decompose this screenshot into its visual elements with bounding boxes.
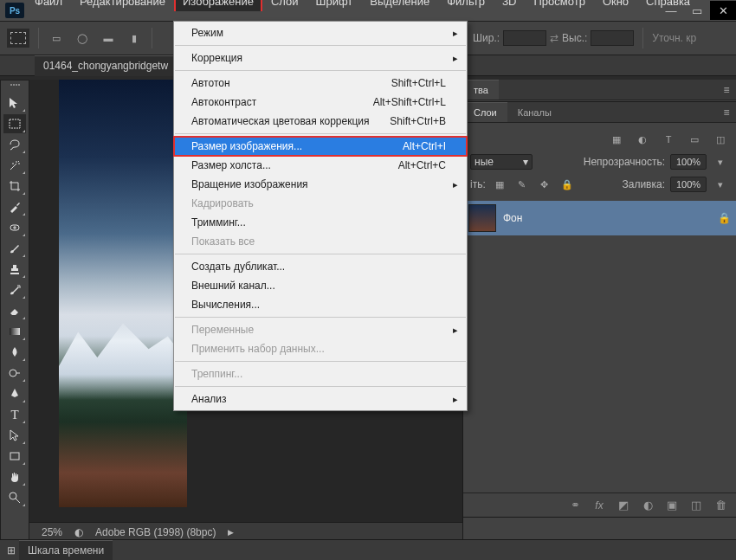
pen-tool[interactable]	[3, 384, 26, 403]
marquee-single-row-icon[interactable]: ▬	[100, 30, 117, 46]
opacity-dropdown-icon[interactable]: ▾	[712, 154, 729, 170]
trash-icon[interactable]: 🗑	[712, 498, 729, 513]
menu-шрифт[interactable]: Шрифт	[307, 0, 362, 11]
width-input[interactable]	[503, 30, 546, 46]
adjustment-layer-icon[interactable]: ◐	[639, 498, 656, 513]
menuitem-label: Вычисления...	[191, 299, 260, 311]
menu-фильтр[interactable]: Фильтр	[438, 0, 494, 11]
filter-smart-icon[interactable]: ◫	[712, 132, 729, 147]
fill-dropdown-icon[interactable]: ▾	[712, 177, 729, 192]
menuitem--[interactable]: АвтоконтрастAlt+Shift+Ctrl+L	[174, 93, 467, 112]
menuitem--[interactable]: Вычисления...	[174, 295, 467, 314]
eraser-tool[interactable]	[3, 301, 26, 320]
history-brush-tool[interactable]	[3, 280, 26, 299]
menuitem--[interactable]: Внешний канал...	[174, 276, 467, 295]
zoom-level[interactable]: 25%	[42, 526, 62, 538]
marquee-tool[interactable]	[3, 114, 26, 133]
close-button[interactable]: ✕	[710, 1, 736, 20]
menuitem--[interactable]: Создать дубликат...	[174, 257, 467, 276]
type-tool[interactable]: T	[3, 405, 26, 424]
layer-fx-icon[interactable]: fx	[591, 498, 608, 513]
layer-row-background[interactable]: Фон 🔒	[463, 201, 736, 235]
stamp-tool[interactable]	[3, 260, 26, 279]
preview-icon[interactable]: ◐	[74, 526, 83, 538]
refine-edge-button[interactable]: Уточн. кр	[652, 32, 696, 44]
heal-tool[interactable]	[3, 218, 26, 237]
document-tab[interactable]: 01464_chongyangbridgetw	[35, 55, 177, 76]
menuitem--[interactable]: АвтотонShift+Ctrl+L	[174, 74, 467, 93]
menu-3d[interactable]: 3D	[494, 0, 526, 11]
menuitem--: Показать все	[174, 232, 467, 251]
tab-channels[interactable]: Каналы	[507, 102, 562, 122]
tab-layers[interactable]: Слои	[463, 102, 507, 122]
menu-слои[interactable]: Слои	[262, 0, 307, 11]
menuitem--[interactable]: Тримминг...	[174, 213, 467, 232]
height-input[interactable]	[591, 30, 634, 46]
lock-paint-icon[interactable]: ✎	[513, 177, 531, 192]
menu-выделение[interactable]: Выделение	[361, 0, 438, 11]
group-icon[interactable]: ▣	[663, 498, 681, 513]
menu-просмотр[interactable]: Просмотр	[526, 0, 594, 11]
layer-thumbnail[interactable]	[468, 204, 496, 232]
menu-изображение[interactable]: Изображение	[174, 0, 262, 11]
wand-tool[interactable]	[3, 156, 26, 175]
menuitem--[interactable]: Режим	[174, 23, 467, 42]
marquee-single-col-icon[interactable]: ▮	[126, 30, 143, 46]
lock-all-icon[interactable]: 🔒	[558, 177, 576, 192]
eyedropper-tool[interactable]	[3, 197, 26, 216]
gradient-tool[interactable]	[3, 322, 26, 341]
panel-menu-icon[interactable]: ≡	[717, 102, 736, 122]
move-tool[interactable]	[3, 93, 26, 113]
timeline-tab[interactable]: Шкала времени	[19, 540, 113, 560]
lasso-tool[interactable]	[3, 135, 26, 154]
menuitem--[interactable]: Коррекция	[174, 48, 467, 68]
menuitem--[interactable]: Анализ	[174, 389, 467, 409]
lock-icon[interactable]: 🔒	[718, 212, 731, 224]
menuitem-label: Внешний канал...	[191, 280, 275, 292]
timeline-toggle-icon[interactable]: ⊞	[7, 544, 16, 557]
blend-mode-select[interactable]: ные▾	[470, 154, 533, 170]
menuitem--[interactable]: Автоматическая цветовая коррекцияShift+C…	[174, 112, 467, 131]
dodge-tool[interactable]	[3, 364, 26, 383]
filter-adjust-icon[interactable]: ◐	[634, 132, 651, 147]
filter-pixel-icon[interactable]: ▦	[608, 132, 625, 147]
hand-tool[interactable]	[3, 467, 26, 486]
opacity-input[interactable]: 100%	[670, 154, 707, 170]
status-arrow-icon[interactable]: ▶	[228, 528, 234, 537]
menu-файл[interactable]: Файл	[26, 0, 71, 11]
menuitem--[interactable]: Вращение изображения	[174, 175, 467, 194]
layer-name[interactable]: Фон	[503, 212, 711, 224]
zoom-tool[interactable]	[3, 488, 26, 507]
marquee-rect-icon[interactable]: ▭	[48, 30, 65, 46]
lock-trans-icon[interactable]: ▦	[491, 177, 508, 192]
menuitem--[interactable]: Размер изображения...Alt+Ctrl+I	[174, 137, 467, 156]
tab-properties[interactable]: тва	[463, 80, 499, 100]
menu-separator	[175, 361, 466, 362]
layer-mask-icon[interactable]: ◩	[615, 498, 632, 513]
tool-preset[interactable]	[7, 29, 29, 48]
menuitem-label: Применить набор данных...	[191, 343, 325, 355]
menu-справка[interactable]: Справка	[637, 0, 699, 11]
path-select-tool[interactable]	[3, 426, 26, 445]
menuitem-label: Автоматическая цветовая коррекция	[191, 115, 370, 127]
canvas-image[interactable]	[59, 80, 187, 507]
lock-move-icon[interactable]: ✥	[536, 177, 553, 192]
menu-редактирование[interactable]: Редактирование	[71, 0, 174, 11]
filter-shape-icon[interactable]: ▭	[686, 132, 703, 147]
filter-type-icon[interactable]: T	[660, 132, 677, 147]
link-layers-icon[interactable]: ⚭	[566, 498, 584, 513]
swap-icon[interactable]: ⇄	[550, 32, 558, 44]
menu-окно[interactable]: Окно	[594, 0, 637, 11]
new-layer-icon[interactable]: ◫	[688, 498, 705, 513]
blur-tool[interactable]	[3, 343, 26, 362]
menuitem--[interactable]: Размер холста...Alt+Ctrl+C	[174, 156, 467, 175]
layers-panel: Слои Каналы ≡ ▦ ◐ T ▭ ◫ ные▾ Непрозрачно…	[463, 102, 736, 518]
fill-input[interactable]: 100%	[670, 177, 707, 192]
crop-tool[interactable]	[3, 177, 26, 196]
brush-tool[interactable]	[3, 239, 26, 258]
marquee-oval-icon[interactable]: ◯	[74, 30, 91, 46]
shape-tool[interactable]	[3, 447, 26, 466]
panel-menu-icon[interactable]: ≡	[717, 80, 736, 100]
menuitem-label: Треппинг...	[191, 368, 242, 380]
menuitem-label: Переменные	[191, 324, 254, 336]
